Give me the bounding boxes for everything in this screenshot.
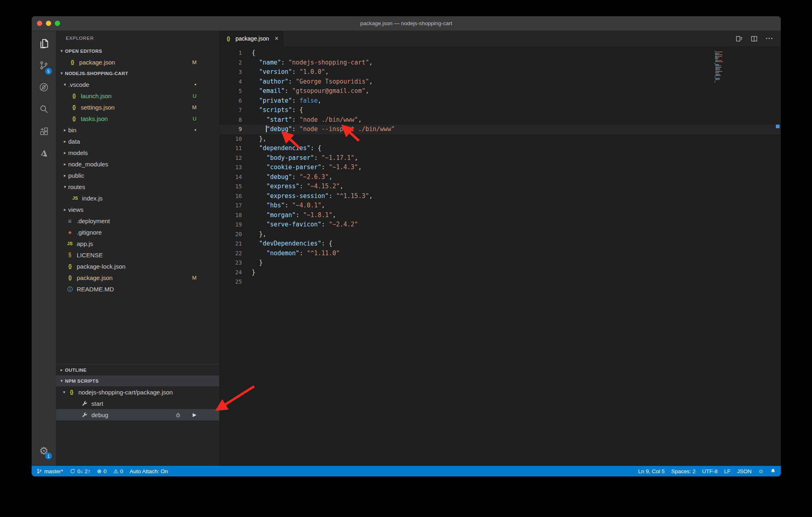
code-token: , bbox=[333, 211, 336, 219]
status-left-0-2-[interactable]: 0↓ 2↑ bbox=[70, 468, 91, 474]
line-content: "express-session": "^1.15.3", bbox=[242, 192, 373, 201]
line-number: 5 bbox=[219, 86, 242, 96]
tree-item-tasks-json[interactable]: {}tasks.jsonU bbox=[56, 113, 219, 124]
split-editor-button[interactable] bbox=[751, 35, 758, 42]
npm-script-debug[interactable]: debug▶ bbox=[56, 409, 219, 420]
status-left-master-[interactable]: master* bbox=[37, 468, 63, 474]
minimap-seg bbox=[719, 78, 720, 79]
smiley-icon: ☺ bbox=[758, 468, 764, 474]
tree-item-bin[interactable]: ▸bin● bbox=[56, 124, 219, 136]
activity-debug[interactable] bbox=[33, 77, 54, 99]
tree-item--deployment[interactable]: ≡.deployment bbox=[56, 215, 219, 226]
status-left-0[interactable]: ⊗0 bbox=[97, 468, 107, 474]
titlebar[interactable]: package.json — nodejs-shopping-cart bbox=[32, 16, 781, 31]
status-right-lf[interactable]: LF bbox=[724, 468, 730, 474]
more-actions-button[interactable]: ··· bbox=[766, 35, 773, 42]
git-status-badge: M bbox=[192, 104, 197, 110]
status-right-bell[interactable] bbox=[770, 468, 776, 474]
tab-package-json[interactable]: {}package.json× bbox=[219, 31, 283, 46]
tree-item-routes[interactable]: ▾routes bbox=[56, 181, 219, 192]
line-number: 14 bbox=[219, 172, 242, 182]
tree-item-launch-json[interactable]: {}launch.jsonU bbox=[56, 90, 219, 101]
minimap-line bbox=[715, 69, 738, 70]
chevron-right-icon: ▸ bbox=[62, 173, 68, 178]
minimize-window-button[interactable] bbox=[46, 21, 51, 26]
tree-item-license[interactable]: §LICENSE bbox=[56, 249, 219, 261]
npm-script-start[interactable]: start bbox=[56, 398, 219, 409]
code-line: 2 "name": "nodejs-shopping-cart", bbox=[219, 58, 781, 68]
tree-item-index-js[interactable]: JSindex.js bbox=[56, 192, 219, 204]
activity-source-control[interactable]: 5 bbox=[33, 55, 54, 77]
status-bar: master*0↓ 2↑⊗0⚠0Auto Attach: On Ln 9, Co… bbox=[32, 466, 781, 476]
tree-item-views[interactable]: ▸views bbox=[56, 204, 219, 215]
tree-item-data[interactable]: ▸data bbox=[56, 136, 219, 147]
minimap-seg bbox=[722, 54, 722, 55]
line-content: "express": "~4.15.2", bbox=[242, 182, 343, 192]
code-token: : bbox=[311, 144, 318, 152]
code-token: "serve-favicon" bbox=[266, 221, 321, 228]
activity-explorer[interactable] bbox=[33, 33, 54, 55]
npm-scripts-header[interactable]: ▾NPM SCRIPTS bbox=[56, 375, 219, 386]
code-line: 9 "debug": "node --inspect ./bin/www" bbox=[219, 125, 781, 134]
minimap-line bbox=[715, 54, 738, 55]
tree-item--gitignore[interactable]: ◆.gitignore bbox=[56, 226, 219, 238]
tree-item-package-lock-json[interactable]: {}package-lock.json bbox=[56, 261, 219, 272]
code-token: : bbox=[288, 78, 296, 85]
code-token: , bbox=[329, 173, 333, 181]
code-token: , bbox=[369, 192, 373, 200]
open-changes-button[interactable] bbox=[736, 35, 743, 42]
activity-search[interactable] bbox=[33, 99, 54, 121]
tree-item-readme-md[interactable]: README.MD bbox=[56, 283, 219, 295]
code-token: , bbox=[358, 116, 362, 123]
activity-azure[interactable] bbox=[33, 143, 54, 165]
tree-item-settings-json[interactable]: {}settings.jsonM bbox=[56, 101, 219, 113]
code-token: , bbox=[365, 87, 369, 95]
project-root-header[interactable]: ▾NODEJS-SHOPPING-CART bbox=[56, 68, 219, 79]
run-script-button[interactable]: ▶ bbox=[190, 412, 199, 418]
line-content: "debug": "~2.6.3", bbox=[242, 172, 333, 182]
bug-script-button[interactable] bbox=[174, 412, 182, 418]
tree-item-app-js[interactable]: JSapp.js bbox=[56, 238, 219, 249]
status-right-smiley[interactable]: ☺ bbox=[758, 468, 764, 474]
code-token: "private" bbox=[259, 97, 292, 104]
status-right-ln-9-col-5[interactable]: Ln 9, Col 5 bbox=[638, 468, 665, 474]
code-area[interactable]: 1{2 "name": "nodejs-shopping-cart",3 "ve… bbox=[219, 46, 781, 466]
code-token bbox=[252, 106, 259, 114]
line-content: } bbox=[242, 258, 263, 268]
code-token: "body-parser" bbox=[266, 154, 314, 162]
status-left-auto-attach-on[interactable]: Auto Attach: On bbox=[130, 468, 168, 474]
tree-item-node-modules[interactable]: ▸node_modules bbox=[56, 158, 219, 170]
tree-item-models[interactable]: ▸models bbox=[56, 147, 219, 158]
open-editors-header[interactable]: ▾OPEN EDITORS bbox=[56, 45, 219, 56]
code-token bbox=[252, 144, 259, 152]
code-token bbox=[252, 116, 266, 123]
activity-manage[interactable]: ⚙1 bbox=[33, 440, 54, 462]
code-token: , bbox=[318, 97, 322, 104]
close-window-button[interactable] bbox=[37, 21, 42, 26]
status-right-utf-8[interactable]: UTF-8 bbox=[702, 468, 717, 474]
tab-close-icon[interactable]: × bbox=[275, 35, 279, 42]
chevron-down-icon: ▾ bbox=[62, 82, 68, 87]
tree-item-package-json[interactable]: {}package.jsonM bbox=[56, 272, 219, 283]
npm-script-nodejs-shopping-cart-package-json[interactable]: ▾{}nodejs-shopping-cart/package.json bbox=[56, 386, 219, 398]
status-right-spaces-2[interactable]: Spaces: 2 bbox=[671, 468, 695, 474]
open-editor-package-json[interactable]: {}package.jsonM bbox=[56, 56, 219, 68]
outline-header[interactable]: ▸OUTLINE bbox=[56, 364, 219, 375]
tree-item-public[interactable]: ▸public bbox=[56, 170, 219, 181]
minimap-seg bbox=[715, 75, 719, 76]
warning-icon: ⚠ bbox=[113, 468, 118, 474]
zoom-window-button[interactable] bbox=[55, 21, 60, 26]
code-line: 19 "serve-favicon": "~2.4.2" bbox=[219, 220, 781, 230]
wrench-icon bbox=[80, 401, 89, 407]
code-lines: 1{2 "name": "nodejs-shopping-cart",3 "ve… bbox=[219, 48, 781, 287]
status-right-json[interactable]: JSON bbox=[737, 468, 752, 474]
code-token: { bbox=[252, 49, 255, 56]
sync-icon bbox=[70, 468, 76, 474]
code-token: : bbox=[322, 164, 329, 171]
minimap-seg bbox=[718, 79, 720, 80]
line-number: 18 bbox=[219, 211, 242, 220]
activity-extensions[interactable] bbox=[33, 121, 54, 143]
minimap[interactable] bbox=[715, 50, 738, 85]
tree-item--vscode[interactable]: ▾.vscode● bbox=[56, 79, 219, 90]
status-left-0[interactable]: ⚠0 bbox=[113, 468, 123, 474]
